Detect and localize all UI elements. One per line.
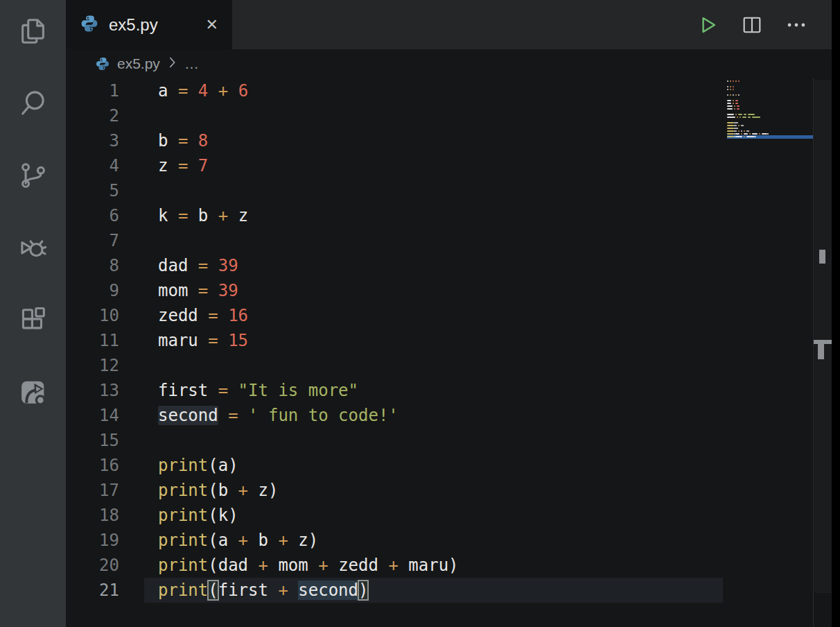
tab-bar: ex5.py ✕ bbox=[66, 0, 832, 49]
minimap-chunk bbox=[735, 114, 737, 115]
token: + bbox=[378, 556, 408, 575]
code-line[interactable]: 7 bbox=[66, 228, 832, 253]
line-number: 13 bbox=[66, 378, 144, 403]
more-actions-icon[interactable] bbox=[785, 13, 808, 37]
token: 39 bbox=[218, 256, 238, 275]
explorer-icon[interactable] bbox=[17, 15, 49, 47]
token: 7 bbox=[198, 156, 208, 175]
code-line[interactable]: 10zedd = 16 bbox=[66, 303, 832, 328]
code-line[interactable]: 21print(first + second) bbox=[66, 578, 832, 603]
code-text: mom = 39 bbox=[144, 278, 723, 303]
search-icon[interactable] bbox=[17, 87, 49, 119]
token: "It is more" bbox=[238, 381, 358, 400]
token: print bbox=[158, 581, 208, 600]
code-text: b = 8 bbox=[144, 128, 723, 153]
code-line[interactable]: 15 bbox=[66, 428, 832, 453]
minimap-chunk bbox=[741, 130, 742, 132]
code-line[interactable]: 12 bbox=[66, 353, 832, 378]
ruler-word-highlight-mark bbox=[818, 344, 824, 359]
code-line[interactable]: 16print(a) bbox=[66, 453, 832, 478]
code-editor[interactable]: 1a = 4 + 623b = 84z = 756k = b + z78dad … bbox=[66, 78, 832, 627]
token: ) bbox=[448, 556, 458, 575]
minimap-chunk bbox=[730, 94, 731, 96]
line-number: 19 bbox=[66, 528, 144, 553]
minimap-chunk bbox=[727, 80, 728, 82]
code-line[interactable]: 1a = 4 + 6 bbox=[66, 78, 832, 103]
code-line[interactable]: 11maru = 15 bbox=[66, 328, 832, 353]
run-button[interactable] bbox=[696, 13, 719, 37]
code-line[interactable]: 3b = 8 bbox=[66, 128, 832, 153]
token: b bbox=[218, 481, 228, 500]
token: = bbox=[188, 256, 218, 275]
code-line[interactable]: 2 bbox=[66, 103, 832, 128]
share-icon[interactable] bbox=[17, 376, 49, 408]
minimap-chunk bbox=[727, 105, 733, 107]
minimap-chunk bbox=[733, 86, 734, 87]
token: maru bbox=[158, 331, 198, 350]
minimap-chunk bbox=[734, 108, 735, 110]
token: + bbox=[208, 81, 238, 101]
breadcrumb-symbol[interactable]: … bbox=[184, 55, 199, 72]
code-text: z = 7 bbox=[144, 153, 723, 178]
breadcrumb-file[interactable]: ex5.py bbox=[117, 55, 160, 72]
line-number: 8 bbox=[66, 253, 144, 278]
code-line[interactable]: 17print(b + z) bbox=[66, 478, 832, 503]
close-tab-icon[interactable]: ✕ bbox=[206, 17, 218, 33]
minimap-chunk bbox=[737, 117, 738, 118]
token: ) bbox=[268, 481, 278, 500]
scrollbar-slider[interactable] bbox=[814, 80, 832, 593]
minimap-chunk bbox=[737, 108, 740, 110]
token: zedd bbox=[338, 556, 378, 575]
line-number: 6 bbox=[66, 203, 144, 228]
minimap-chunk bbox=[727, 136, 734, 137]
code-text: print(dad + mom + zedd + maru) bbox=[144, 553, 723, 578]
minimap-chunk bbox=[727, 89, 728, 90]
line-number: 15 bbox=[66, 428, 144, 453]
minimap-chunk bbox=[738, 114, 742, 115]
minimap[interactable] bbox=[723, 80, 813, 627]
minimap-chunk bbox=[727, 128, 734, 129]
ruler-word-highlight-mark bbox=[819, 250, 825, 264]
code-line[interactable]: 9mom = 39 bbox=[66, 278, 832, 303]
minimap-chunk bbox=[737, 122, 738, 123]
code-text: print(k) bbox=[144, 503, 723, 528]
token: print bbox=[158, 456, 208, 475]
code-line[interactable]: 13first = "It is more" bbox=[66, 378, 832, 403]
minimap-chunk bbox=[727, 103, 731, 104]
token: a bbox=[218, 531, 228, 550]
line-number: 16 bbox=[66, 453, 144, 478]
code-line[interactable]: 6k = b + z bbox=[66, 203, 832, 228]
line-number: 12 bbox=[66, 353, 144, 378]
split-editor-button[interactable] bbox=[740, 13, 764, 37]
tab-ex5py[interactable]: ex5.py ✕ bbox=[66, 0, 232, 49]
line-number: 5 bbox=[66, 178, 144, 203]
token: = bbox=[198, 331, 228, 350]
code-line[interactable]: 8dad = 39 bbox=[66, 253, 832, 278]
token: b bbox=[158, 131, 168, 151]
minimap-chunk bbox=[738, 80, 740, 82]
minimap-chunk bbox=[744, 130, 745, 132]
minimap-chunk bbox=[735, 103, 738, 104]
code-line[interactable]: 5 bbox=[66, 178, 832, 203]
token: 8 bbox=[198, 131, 208, 151]
extensions-icon[interactable] bbox=[17, 304, 49, 336]
overview-ruler[interactable] bbox=[813, 78, 832, 627]
code-line[interactable]: 18print(k) bbox=[66, 503, 832, 528]
code-line[interactable]: 20print(dad + mom + zedd + maru) bbox=[66, 553, 832, 578]
token: print bbox=[158, 556, 208, 575]
line-number: 17 bbox=[66, 478, 144, 503]
run-and-debug-icon[interactable] bbox=[17, 232, 49, 264]
source-control-icon[interactable] bbox=[17, 160, 49, 191]
token: z bbox=[298, 531, 308, 550]
vscode-window: ex5.py ✕ ex5.py … 1 bbox=[0, 0, 840, 627]
line-number: 4 bbox=[66, 153, 144, 178]
code-line[interactable]: 14second = ' fun to code!' bbox=[66, 403, 832, 428]
token: = bbox=[168, 206, 198, 225]
code-line[interactable]: 4z = 7 bbox=[66, 153, 832, 178]
token: ( bbox=[208, 556, 218, 575]
token: mom bbox=[158, 281, 188, 300]
line-number: 21 bbox=[66, 578, 144, 603]
token: ) bbox=[308, 531, 318, 550]
code-line[interactable]: 19print(a + b + z) bbox=[66, 528, 832, 553]
minimap-chunk bbox=[733, 94, 734, 96]
